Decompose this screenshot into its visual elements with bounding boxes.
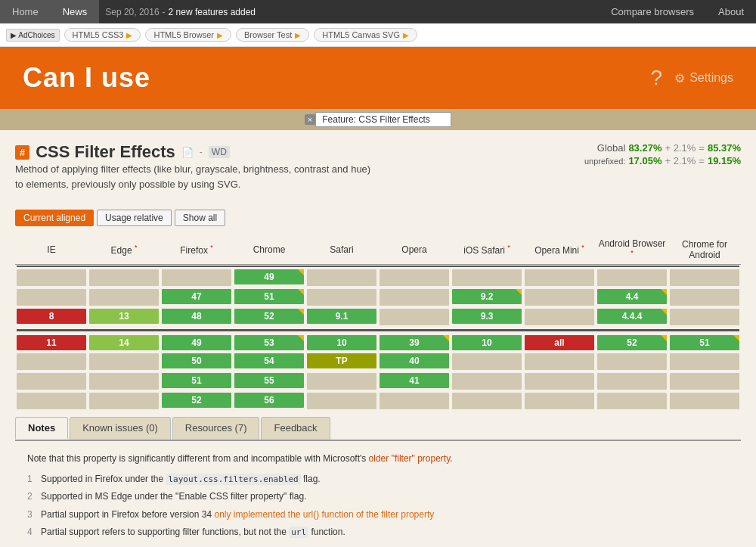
nav-about[interactable]: About: [706, 0, 756, 23]
global-plus: + 2.1%: [665, 142, 696, 154]
firefox-cell-49-current: 49: [160, 334, 233, 352]
global-label: Global: [597, 142, 626, 154]
tab-known-issues[interactable]: Known issues (0): [70, 417, 171, 440]
search-close-button[interactable]: ×: [305, 114, 315, 125]
table-row: 50 54 TP 40: [15, 352, 741, 371]
note-4: 4 Partial support refers to supporting f…: [27, 525, 729, 539]
opera-mini-cell-empty5: [523, 371, 596, 391]
nav-compare[interactable]: Compare browsers: [599, 0, 706, 23]
ie-cell-empty6: [15, 391, 88, 411]
android-star: *: [631, 249, 634, 256]
opera-mini-cell-empty2: [523, 287, 596, 307]
opera-cell-41: 41: [378, 371, 451, 391]
safari-cell-empty6: [305, 391, 378, 411]
gear-icon: ⚙: [674, 71, 685, 85]
ie-cell-empty5: [15, 371, 88, 391]
table-row: 49: [15, 268, 741, 287]
android-cell-52: 52: [596, 334, 668, 352]
arrow-icon-3: ▶: [295, 31, 301, 39]
chrome-cell-49: 49: [233, 268, 305, 287]
help-button[interactable]: ?: [651, 66, 663, 90]
url-filter-link[interactable]: only implemented the url() function of t…: [214, 509, 434, 520]
th-chrome: Chrome: [233, 235, 305, 265]
opera-mini-cell-empty6: [523, 391, 596, 411]
firefox-cell-50: 50: [160, 352, 233, 371]
ie-cell-11: 11: [15, 334, 88, 352]
browser-grid: IE Edge * Firefox * Chrome Safari: [15, 235, 741, 411]
filter-property-link[interactable]: older "filter" property: [369, 453, 451, 464]
safari-cell-tp: TP: [305, 352, 378, 371]
ad-link-1[interactable]: HTML5 CSS3 ▶: [64, 28, 141, 42]
safari-cell-empty5: [305, 371, 378, 391]
browser-header-row: IE Edge * Firefox * Chrome Safari: [15, 235, 741, 265]
tab-resources[interactable]: Resources (7): [172, 417, 260, 440]
feature-header: # CSS Filter Effects 📄 - WD Method of ap…: [15, 142, 741, 202]
edge-cell-empty4: [88, 352, 160, 371]
chrome-android-cell-empty4: [668, 352, 741, 371]
unprefixed-plus: + 2.1%: [665, 155, 696, 166]
ie-cell-empty1: [15, 268, 88, 287]
edge-cell-empty1: [88, 268, 160, 287]
nav-right: Compare browsers About: [599, 0, 756, 23]
usage-relative-button[interactable]: Usage relative: [97, 210, 172, 226]
nav-news[interactable]: News: [51, 0, 100, 23]
opera-cell-empty6: [378, 391, 451, 411]
firefox-cell-empty1: [160, 268, 233, 287]
unprefixed-stat-row: unprefixed: 17.05% + 2.1% = 19.15%: [584, 155, 741, 166]
ad-choices[interactable]: ▶ AdChoices: [6, 29, 60, 42]
ios-cell-92: 9.2: [451, 287, 523, 307]
tab-feedback[interactable]: Feedback: [261, 417, 330, 440]
nav-bar: Home News Sep 20, 2016 - 2 new features …: [0, 0, 756, 23]
opera-mini-cell-empty1: [523, 268, 596, 287]
chrome-cell-54: 54: [233, 352, 305, 371]
header-right: ? ⚙ Settings: [651, 66, 733, 90]
separator-row: [15, 327, 741, 334]
opera-cell-40: 40: [378, 352, 451, 371]
table-row: 52 56: [15, 391, 741, 411]
ad-link-4[interactable]: HTML5 Canvas SVG ▶: [314, 28, 417, 42]
ios-cell-empty1: [451, 268, 523, 287]
edge-cell-empty6: [88, 391, 160, 411]
current-aligned-button[interactable]: Current aligned: [15, 210, 94, 226]
safari-cell-91: 9.1: [305, 307, 378, 327]
ios-cell-empty6: [451, 391, 523, 411]
site-title: Can I use: [23, 62, 150, 94]
chrome-cell-52: 52: [233, 307, 305, 327]
nav-date-text: Sep 20, 2016: [105, 7, 159, 17]
edge-cell-empty5: [88, 371, 160, 391]
chrome-android-cell-51: 51: [668, 334, 741, 352]
firefox-star: *: [210, 244, 213, 251]
ie-cell-empty4: [15, 352, 88, 371]
settings-button[interactable]: ⚙ Settings: [674, 71, 733, 85]
browser-grid-wrapper: IE Edge * Firefox * Chrome Safari: [15, 235, 741, 411]
ios-cell-empty4: [451, 352, 523, 371]
show-all-button[interactable]: Show all: [175, 210, 225, 226]
chrome-android-cell-empty5: [668, 371, 741, 391]
notes-content: Note that this property is significantly…: [15, 441, 741, 547]
nav-home[interactable]: Home: [0, 0, 51, 23]
tab-notes[interactable]: Notes: [15, 417, 68, 440]
opera-cell-39: 39: [378, 334, 451, 352]
safari-cell-empty2: [305, 287, 378, 307]
feature-title-row: # CSS Filter Effects 📄 - WD: [15, 142, 378, 162]
chrome-cell-53: 53: [233, 334, 305, 352]
note-intro: Note that this property is significantly…: [27, 452, 729, 466]
hash-badge: #: [15, 145, 29, 160]
search-input[interactable]: Feature: CSS Filter Effects: [315, 112, 451, 127]
edge-star: *: [135, 244, 138, 251]
th-opera: Opera: [378, 235, 451, 265]
arrow-icon-2: ▶: [217, 31, 223, 39]
feature-stats: Global 83.27% + 2.1% = 85.37% unprefixed…: [584, 142, 741, 168]
nav-update-text: 2 new features added: [169, 7, 256, 17]
ad-link-3[interactable]: Browser Test ▶: [236, 28, 309, 42]
feature-description: Method of applying filter effects (like …: [15, 162, 378, 191]
ad-link-2[interactable]: HTML5 Browser ▶: [145, 28, 231, 42]
search-bar: × Feature: CSS Filter Effects: [0, 109, 756, 130]
safari-cell-empty1: [305, 268, 378, 287]
chrome-cell-51: 51: [233, 287, 305, 307]
arrow-icon-4: ▶: [403, 31, 409, 39]
table-row: 51 55 41: [15, 371, 741, 391]
safari-cell-10: 10: [305, 334, 378, 352]
android-cell-44: 4.4: [596, 287, 668, 307]
chrome-android-cell-empty3: [668, 307, 741, 327]
